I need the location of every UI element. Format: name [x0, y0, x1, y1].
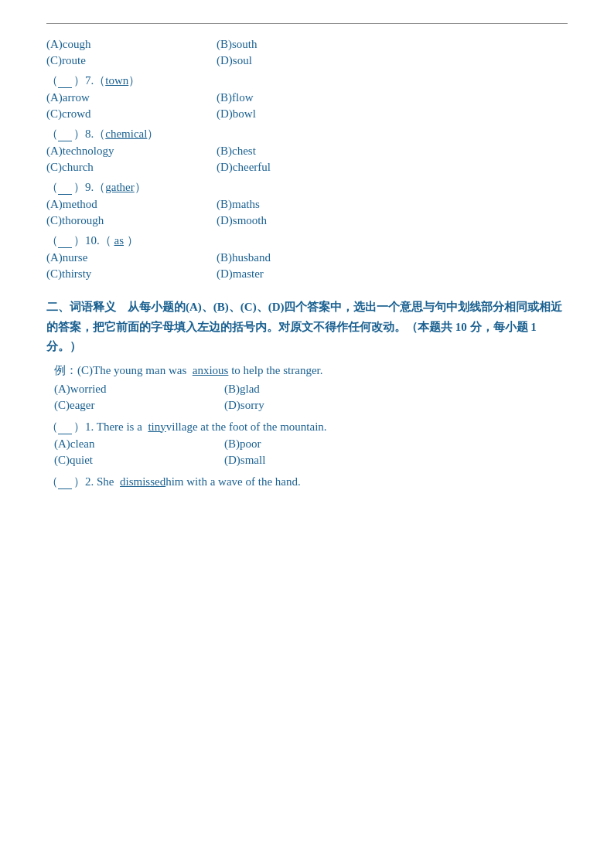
q6-a-label: (A) [46, 38, 63, 50]
q10-a-label: (A) [46, 251, 63, 264]
s2q1-b-label: (B) [224, 437, 240, 450]
q7-a-label: (A) [46, 91, 63, 104]
q8-option-a: (A)technology [46, 145, 217, 158]
q10-option-a: (A)nurse [46, 251, 217, 264]
q10-keyword: as [114, 234, 125, 247]
q8-paren-open: （ [46, 127, 58, 141]
example-options-row1: (A)worried (B)glad [46, 383, 568, 396]
q8-options-row2: (C)church (D)cheerful [46, 161, 568, 174]
q8-c-label: (C) [46, 161, 62, 173]
q8-b-label: (B) [217, 145, 232, 157]
q10-paren-open: （ [46, 233, 58, 248]
example-label: 例：(C) [54, 364, 93, 376]
q8-option-d: (D)cheerful [217, 161, 371, 174]
s2q1-option-a: (A)clean [54, 437, 224, 451]
q8-paren-end: ） [147, 127, 159, 141]
q8-option-b: (B)chest [217, 145, 371, 158]
s2q1-header: （ ）1. There is a tiny village at the foo… [46, 420, 568, 434]
s2q1-d-text: small [240, 454, 266, 466]
q8-a-label: (A) [46, 145, 63, 157]
q7-blank [58, 74, 72, 88]
q9-options-row1: (A)method (B)maths [46, 198, 568, 211]
q9-options-row2: (C)thorough (D)smooth [46, 214, 568, 227]
q10-d-text: master [233, 267, 264, 280]
q10-c-text: thirsty [62, 267, 91, 280]
s2q1-blank [58, 420, 72, 434]
s2q1-d-label: (D) [224, 454, 240, 466]
q8-a-text: technology [63, 145, 114, 157]
ex-c-text: eager [70, 399, 94, 411]
ex-a-text: worried [70, 383, 107, 395]
q6-option-c: (C)route [46, 54, 217, 67]
q9-a-text: method [63, 198, 97, 210]
q8-keyword: chemical [105, 128, 147, 141]
q7-option-a: (A)arrow [46, 91, 217, 104]
q9-option-b: (B)maths [217, 198, 371, 211]
q7-paren-close: ）7.（ [73, 73, 105, 88]
q6-options-row2: (C)route (D)soul [46, 54, 568, 67]
q10-b-text: husband [232, 251, 271, 264]
q7-paren-end: ） [128, 73, 140, 88]
example-option-c: (C)eager [54, 399, 224, 412]
q10-paren-end: ） [127, 233, 138, 248]
ex-d-label: (D) [224, 399, 240, 411]
s2q1-options-row2: (C)quiet (D)small [46, 454, 568, 467]
q10-number: ）10.（ [73, 233, 111, 248]
example-text2: to help the stranger. [228, 364, 322, 376]
q6-option-d: (D)soul [217, 54, 371, 67]
s2q1-options-row1: (A)clean (B)poor [46, 437, 568, 451]
q8-header: （ ）8.（chemical） [46, 127, 568, 141]
q7-paren-open: （ [46, 73, 58, 88]
q7-d-text: bowl [233, 107, 256, 120]
q10-option-c: (C)thirsty [46, 267, 217, 281]
example-option-b: (B)glad [224, 383, 379, 396]
q10-d-label: (D) [217, 267, 233, 280]
s2q2-number: ）2. She [73, 475, 120, 489]
q6-options-row1: (A)cough (B)south [46, 38, 568, 51]
q10-option-b: (B)husband [217, 251, 371, 264]
ex-b-label: (B) [224, 383, 240, 395]
q8-options-row1: (A)technology (B)chest [46, 145, 568, 158]
q9-option-a: (A)method [46, 198, 217, 211]
s2q1-number: ）1. There is a [73, 420, 148, 434]
q10-a-text: nurse [63, 251, 88, 264]
q7-option-d: (D)bowl [217, 107, 371, 121]
q6-c-label: (C) [46, 54, 62, 66]
top-divider [46, 23, 568, 24]
q6-b-label: (B) [217, 38, 232, 50]
q9-paren-close: ）9.（ [73, 180, 105, 195]
q8-option-c: (C)church [46, 161, 217, 174]
q8-c-text: church [62, 161, 94, 173]
q9-a-label: (A) [46, 198, 63, 210]
s2q1-option-c: (C)quiet [54, 454, 224, 467]
q7-d-label: (D) [217, 107, 233, 120]
s2q2-header: （ ）2. She dismissed him with a wave of t… [46, 475, 568, 489]
q10-b-label: (B) [217, 251, 232, 264]
q6-a-text: cough [63, 38, 91, 50]
ex-d-text: sorry [240, 399, 264, 411]
s2q1-rest: village at the foot of the mountain. [166, 420, 327, 434]
q6-c-text: route [62, 54, 86, 66]
q8-blank [58, 128, 72, 141]
example-option-a: (A)worried [54, 383, 224, 396]
q6-option-a: (A)cough [46, 38, 217, 51]
s2q2-blank [58, 475, 72, 489]
q7-keyword: town [105, 74, 128, 87]
s2q1-option-d: (D)small [224, 454, 379, 467]
q9-option-d: (D)smooth [217, 214, 371, 227]
s2q1-paren-open: （ [46, 420, 58, 434]
q7-b-text: flow [232, 91, 254, 104]
example-options-row2: (C)eager (D)sorry [46, 399, 568, 412]
q6-d-text: soul [233, 54, 252, 66]
q9-header: （ ）9.（gather） [46, 180, 568, 195]
q6-option-b: (B)south [217, 38, 371, 51]
example-text1: The young man was [93, 364, 193, 376]
q8-b-text: chest [232, 145, 256, 157]
example-sentence-row: 例：(C)The young man was anxious to help t… [46, 363, 568, 378]
q8-d-text: cheerful [233, 161, 271, 173]
q8-paren-close: ）8.（ [73, 127, 105, 141]
q7-c-label: (C) [46, 107, 62, 120]
s2q2-keyword: dismissed [120, 475, 165, 488]
s2q1-c-text: quiet [70, 454, 93, 466]
q7-option-b: (B)flow [217, 91, 371, 104]
